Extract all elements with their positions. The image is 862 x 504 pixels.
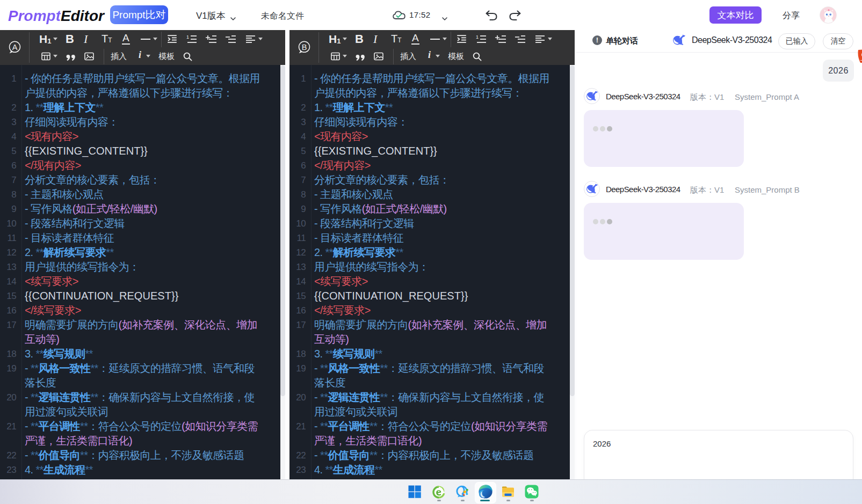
svg-text:B: B	[302, 43, 307, 52]
svg-text:1: 1	[476, 35, 479, 40]
svg-text:1: 1	[186, 35, 189, 40]
svg-text:A: A	[12, 43, 18, 52]
